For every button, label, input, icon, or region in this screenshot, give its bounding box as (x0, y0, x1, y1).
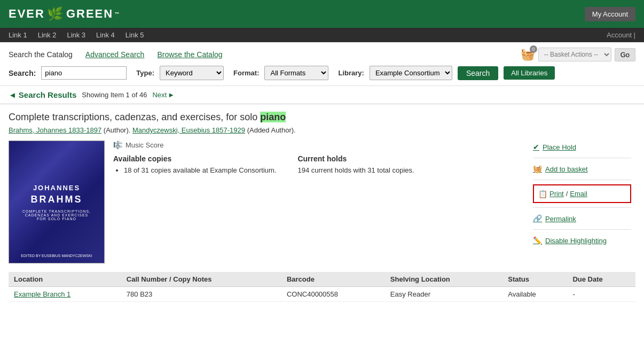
library-label: Library: (338, 69, 364, 77)
available-copies-item: 18 of 31 copies available at Example Con… (124, 166, 276, 174)
permalink-icon: 🔗 (533, 214, 542, 223)
type-select[interactable]: Keyword (160, 66, 224, 80)
available-copies-list: 18 of 31 copies available at Example Con… (113, 166, 276, 174)
table-head: Location Call Number / Copy Notes Barcod… (9, 272, 635, 287)
nav-link-1[interactable]: Link 1 (9, 31, 27, 39)
actions-panel: ✔ Place Hold 🧺 Add to basket 📋 Print / E… (529, 141, 635, 263)
nav-link-5[interactable]: Link 5 (125, 31, 144, 39)
copies-holds-row: Available copies 18 of 31 copies availab… (113, 154, 520, 174)
disable-highlighting-label: Disable Highlighting (545, 237, 607, 245)
branch-location-link[interactable]: Example Branch 1 (14, 290, 70, 298)
book-title-prefix: Complete transcriptions, cadenzas, and e… (9, 112, 260, 122)
email-link[interactable]: Email (570, 188, 587, 200)
cell-barcode: CONC40000558 (281, 287, 385, 302)
logo-text-1: EVER (9, 7, 45, 21)
place-hold-link[interactable]: ✔ Place Hold (533, 141, 631, 153)
nav-link-2[interactable]: Link 2 (38, 31, 57, 39)
search-links: Search the Catalog Advanced Search Brows… (9, 50, 223, 59)
nav-bar: Link 1 Link 2 Link 3 Link 4 Link 5 Accou… (0, 28, 644, 42)
format-select[interactable]: All Formats (264, 66, 328, 80)
music-score-icon: 🎼 (113, 141, 122, 149)
results-showing-text: Showing Item 1 of 46 (82, 91, 147, 99)
checkmark-icon: ✔ (533, 143, 539, 151)
cell-shelving: Easy Reader (385, 287, 502, 302)
logo-icon: 🌿 (47, 6, 64, 21)
main-content: Complete transcriptions, cadenzas, and e… (0, 104, 644, 309)
author2-link[interactable]: Mandyczewski, Eusebius 1857-1929 (132, 126, 245, 134)
place-hold-label: Place Hold (543, 143, 576, 151)
my-account-button[interactable]: My Account (585, 7, 635, 21)
print-link[interactable]: Print (549, 188, 564, 200)
cell-status: Available (502, 287, 567, 302)
music-score-row: 🎼 Music Score (113, 141, 520, 149)
table-row: Example Branch 1 780 B23 CONC40000558 Ea… (9, 287, 635, 302)
search-input[interactable] (41, 66, 127, 80)
book-cover: JOHANNES BRAHMS COMPLETE TRANSCRIPTIONS,… (9, 141, 105, 263)
copies-section: Available copies 18 of 31 copies availab… (113, 154, 276, 174)
book-authors: Brahms, Johannes 1833-1897 (Author). Man… (9, 126, 635, 134)
library-select[interactable]: Example Consortium (370, 66, 452, 80)
next-label: Next (152, 91, 167, 99)
basket-actions-select[interactable]: -- Basket Actions -- (538, 48, 611, 61)
logo-text-2: GREEN (66, 7, 113, 21)
next-link[interactable]: Next ► (152, 91, 175, 99)
available-copies-heading: Available copies (113, 154, 276, 163)
print-email-box: 📋 Print / Email (533, 184, 631, 203)
action-divider-1 (533, 158, 631, 158)
action-divider-2 (533, 180, 631, 180)
highlight-icon: ✏️ (533, 236, 542, 245)
cell-call-number: 780 B23 (121, 287, 281, 302)
col-status: Status (502, 272, 567, 287)
all-libraries-button[interactable]: All Libraries (504, 66, 555, 80)
basket-add-icon: 🧺 (533, 165, 542, 173)
action-divider-3 (533, 207, 631, 208)
nav-link-3[interactable]: Link 3 (67, 31, 85, 39)
book-title: Complete transcriptions, cadenzas, and e… (9, 112, 635, 123)
search-label: Search: (9, 69, 36, 77)
add-to-basket-link[interactable]: 🧺 Add to basket (533, 162, 631, 175)
cover-text-3: COMPLETE TRANSCRIPTIONS, CADENZAS AND EX… (22, 209, 91, 221)
search-results-label: Search Results (19, 90, 76, 99)
print-icon: 📋 (538, 190, 547, 198)
type-label: Type: (136, 69, 154, 77)
results-table: Location Call Number / Copy Notes Barcod… (9, 272, 635, 302)
next-arrow-icon: ► (168, 91, 175, 99)
table-header-row: Location Call Number / Copy Notes Barcod… (9, 272, 635, 287)
cell-due-date: - (567, 287, 635, 302)
action-divider-4 (533, 229, 631, 230)
browse-catalog-link[interactable]: Browse the Catalog (157, 50, 222, 59)
book-title-highlight: piano (260, 112, 286, 122)
account-link-area: Account | (607, 31, 635, 39)
author1-link[interactable]: Brahms, Johannes 1833-1897 (9, 126, 101, 134)
search-area: Search the Catalog Advanced Search Brows… (0, 42, 644, 86)
current-holds-heading: Current holds (297, 154, 414, 163)
search-catalog-link[interactable]: Search the Catalog (9, 50, 73, 59)
disable-highlighting-link[interactable]: ✏️ Disable Highlighting (533, 234, 631, 247)
author1-role: (Author). (104, 126, 131, 134)
basket-go-button[interactable]: Go (615, 48, 635, 61)
col-barcode: Barcode (281, 272, 385, 287)
cell-location: Example Branch 1 (9, 287, 121, 302)
table-body: Example Branch 1 780 B23 CONC40000558 Ea… (9, 287, 635, 302)
cover-text-bottom: EDITED BY EUSEBIUS MANDYCZEWSKI (21, 254, 92, 258)
search-top-row: Search the Catalog Advanced Search Brows… (9, 48, 635, 61)
logo: EVER 🌿 GREEN ™ (9, 6, 120, 21)
current-holds-text: 194 current holds with 31 total copies. (297, 166, 414, 174)
col-due-date: Due Date (567, 272, 635, 287)
search-results-back-link[interactable]: ◄ Search Results (9, 90, 76, 99)
cover-text-1: JOHANNES (33, 184, 80, 192)
format-label: Format: (233, 69, 259, 77)
book-detail-row: JOHANNES BRAHMS COMPLETE TRANSCRIPTIONS,… (9, 141, 635, 263)
search-button[interactable]: Search (458, 66, 498, 80)
col-location: Location (9, 272, 121, 287)
back-arrow-icon: ◄ (9, 90, 17, 99)
logo-trademark: ™ (114, 11, 120, 17)
basket-count: 0 (530, 45, 537, 53)
nav-link-4[interactable]: Link 4 (96, 31, 115, 39)
col-call-number: Call Number / Copy Notes (121, 272, 281, 287)
advanced-search-link[interactable]: Advanced Search (85, 50, 145, 59)
permalink-link[interactable]: 🔗 Permalink (533, 212, 631, 225)
basket-area: 🧺 0 -- Basket Actions -- Go (521, 48, 635, 61)
results-bar: ◄ Search Results Showing Item 1 of 46 Ne… (0, 86, 644, 104)
top-header: EVER 🌿 GREEN ™ My Account (0, 0, 644, 28)
